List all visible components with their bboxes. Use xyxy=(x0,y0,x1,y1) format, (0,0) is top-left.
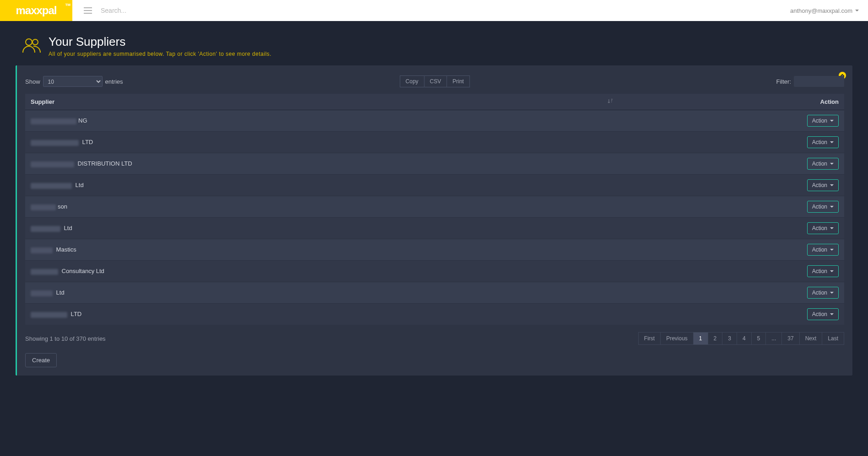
redacted-text xyxy=(31,290,53,296)
supplier-cell: Mastics xyxy=(25,239,618,261)
table-row: sonAction xyxy=(25,196,844,218)
table-footer: Showing 1 to 10 of 370 entries FirstPrev… xyxy=(25,332,844,345)
table-row: DISTRIBUTION LTDAction xyxy=(25,153,844,175)
action-button[interactable]: Action xyxy=(807,136,839,148)
svg-point-4 xyxy=(33,39,38,45)
print-button[interactable]: Print xyxy=(447,75,470,87)
chevron-down-icon xyxy=(830,163,834,165)
page-button[interactable]: 37 xyxy=(782,332,799,345)
logo[interactable]: maxxpal TM xyxy=(0,0,72,21)
supplier-cell: Consultancy Ltd xyxy=(25,261,618,282)
export-buttons: Copy CSV Print xyxy=(400,75,470,87)
users-icon xyxy=(22,37,41,55)
action-button[interactable]: Action xyxy=(807,115,839,127)
menu-toggle-icon[interactable] xyxy=(79,7,97,14)
page-button[interactable]: 2 xyxy=(708,332,723,345)
page-button[interactable]: Previous xyxy=(661,332,694,345)
col-action-label: Action xyxy=(820,98,839,105)
user-email: anthony@maxxpal.com xyxy=(790,7,852,14)
pagination: FirstPrevious12345...37NextLast xyxy=(638,332,844,345)
filter-input[interactable] xyxy=(794,76,844,87)
svg-point-3 xyxy=(26,39,32,45)
action-button[interactable]: Action xyxy=(807,179,839,191)
suppliers-panel: Show 10 entries Copy CSV Print Filter: S… xyxy=(16,65,852,376)
supplier-name-suffix: son xyxy=(58,203,67,210)
page-button[interactable]: ... xyxy=(766,332,782,345)
chevron-down-icon xyxy=(830,141,834,143)
page-title: Your Suppliers xyxy=(49,35,271,49)
col-supplier[interactable]: Supplier xyxy=(25,94,618,110)
supplier-name-suffix: LTD xyxy=(69,311,81,317)
action-button-label: Action xyxy=(812,118,827,124)
action-button[interactable]: Action xyxy=(807,287,839,299)
table-row: LtdAction xyxy=(25,282,844,304)
action-button[interactable]: Action xyxy=(807,244,839,256)
page-button[interactable]: 1 xyxy=(694,332,708,345)
topbar: maxxpal TM anthony@maxxpal.com xyxy=(0,0,868,21)
action-button-label: Action xyxy=(812,182,827,188)
action-cell: Action xyxy=(618,239,844,261)
supplier-name-suffix: Ltd xyxy=(62,225,72,231)
table-row: MasticsAction xyxy=(25,239,844,261)
action-button-label: Action xyxy=(812,204,827,210)
action-button-label: Action xyxy=(812,139,827,145)
action-button[interactable]: Action xyxy=(807,222,839,234)
action-cell: Action xyxy=(618,175,844,196)
redacted-text xyxy=(31,312,67,318)
table-row: LtdAction xyxy=(25,175,844,196)
show-label-after: entries xyxy=(105,78,123,85)
redacted-text xyxy=(31,226,60,232)
supplier-name-suffix: Consultancy Ltd xyxy=(60,268,104,274)
action-button[interactable]: Action xyxy=(807,265,839,277)
supplier-name-suffix: NG xyxy=(78,117,87,124)
supplier-name-suffix: Ltd xyxy=(54,289,65,296)
action-cell: Action xyxy=(618,132,844,153)
action-cell: Action xyxy=(618,110,844,132)
search-input[interactable] xyxy=(101,7,238,14)
supplier-name-suffix: DISTRIBUTION LTD xyxy=(76,160,132,167)
suppliers-table: Supplier Action NGAction LTDAction DISTR… xyxy=(25,94,844,325)
action-button-label: Action xyxy=(812,225,827,231)
page-button[interactable]: 3 xyxy=(722,332,737,345)
supplier-name-suffix: Mastics xyxy=(54,246,76,253)
search-wrap xyxy=(101,7,790,14)
action-button-label: Action xyxy=(812,311,827,317)
redacted-text xyxy=(31,204,56,210)
chevron-down-icon xyxy=(830,313,834,315)
supplier-cell: Ltd xyxy=(25,175,618,196)
page-subtitle: All of your suppliers are summarised bel… xyxy=(49,51,271,57)
csv-button[interactable]: CSV xyxy=(424,75,447,87)
page-button[interactable]: 4 xyxy=(737,332,752,345)
create-button[interactable]: Create xyxy=(25,353,57,367)
chevron-down-icon xyxy=(830,120,834,122)
chevron-down-icon xyxy=(830,227,834,229)
action-button[interactable]: Action xyxy=(807,158,839,170)
page-size-control: Show 10 entries xyxy=(25,76,123,87)
supplier-cell: Ltd xyxy=(25,218,618,239)
redacted-text xyxy=(31,183,72,189)
sort-icon xyxy=(608,98,613,105)
table-row: LTDAction xyxy=(25,132,844,153)
table-info: Showing 1 to 10 of 370 entries xyxy=(25,335,106,342)
action-button-label: Action xyxy=(812,161,827,167)
redacted-text xyxy=(31,269,58,275)
chevron-down-icon xyxy=(830,184,834,186)
page-button[interactable]: First xyxy=(638,332,661,345)
page-size-select[interactable]: 10 xyxy=(43,76,103,87)
table-controls: Show 10 entries Copy CSV Print Filter: xyxy=(25,75,844,88)
page-button[interactable]: Next xyxy=(800,332,823,345)
copy-button[interactable]: Copy xyxy=(400,75,424,87)
chevron-down-icon xyxy=(830,249,834,251)
action-button[interactable]: Action xyxy=(807,201,839,213)
action-button[interactable]: Action xyxy=(807,308,839,320)
page-button[interactable]: 5 xyxy=(752,332,766,345)
chevron-down-icon xyxy=(855,10,859,11)
user-menu[interactable]: anthony@maxxpal.com xyxy=(790,7,859,14)
filter-control: Filter: xyxy=(776,76,845,87)
redacted-text xyxy=(31,247,53,253)
supplier-cell: son xyxy=(25,196,618,218)
redacted-text xyxy=(31,118,76,124)
action-cell: Action xyxy=(618,218,844,239)
page-button[interactable]: Last xyxy=(822,332,844,345)
supplier-cell: LTD xyxy=(25,304,618,325)
